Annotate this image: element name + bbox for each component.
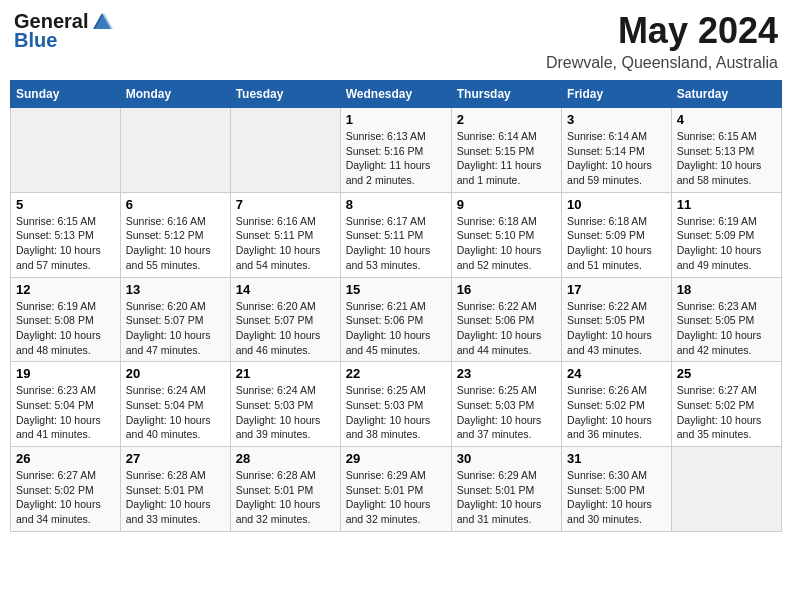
day-info: Sunrise: 6:17 AMSunset: 5:11 PMDaylight:… xyxy=(346,214,446,273)
calendar-cell: 23Sunrise: 6:25 AMSunset: 5:03 PMDayligh… xyxy=(451,362,561,447)
calendar-cell: 17Sunrise: 6:22 AMSunset: 5:05 PMDayligh… xyxy=(562,277,672,362)
calendar-cell: 2Sunrise: 6:14 AMSunset: 5:15 PMDaylight… xyxy=(451,108,561,193)
calendar-cell: 14Sunrise: 6:20 AMSunset: 5:07 PMDayligh… xyxy=(230,277,340,362)
calendar-cell: 12Sunrise: 6:19 AMSunset: 5:08 PMDayligh… xyxy=(11,277,121,362)
calendar-cell: 11Sunrise: 6:19 AMSunset: 5:09 PMDayligh… xyxy=(671,192,781,277)
header-monday: Monday xyxy=(120,81,230,108)
calendar-cell: 31Sunrise: 6:30 AMSunset: 5:00 PMDayligh… xyxy=(562,447,672,532)
day-info: Sunrise: 6:13 AMSunset: 5:16 PMDaylight:… xyxy=(346,129,446,188)
day-number: 28 xyxy=(236,451,335,466)
day-info: Sunrise: 6:14 AMSunset: 5:14 PMDaylight:… xyxy=(567,129,666,188)
week-row-3: 19Sunrise: 6:23 AMSunset: 5:04 PMDayligh… xyxy=(11,362,782,447)
day-number: 18 xyxy=(677,282,776,297)
day-info: Sunrise: 6:18 AMSunset: 5:09 PMDaylight:… xyxy=(567,214,666,273)
day-number: 30 xyxy=(457,451,556,466)
day-number: 21 xyxy=(236,366,335,381)
calendar-cell: 1Sunrise: 6:13 AMSunset: 5:16 PMDaylight… xyxy=(340,108,451,193)
day-info: Sunrise: 6:15 AMSunset: 5:13 PMDaylight:… xyxy=(677,129,776,188)
day-number: 12 xyxy=(16,282,115,297)
day-info: Sunrise: 6:22 AMSunset: 5:06 PMDaylight:… xyxy=(457,299,556,358)
calendar-cell: 18Sunrise: 6:23 AMSunset: 5:05 PMDayligh… xyxy=(671,277,781,362)
day-info: Sunrise: 6:24 AMSunset: 5:04 PMDaylight:… xyxy=(126,383,225,442)
day-number: 25 xyxy=(677,366,776,381)
day-number: 5 xyxy=(16,197,115,212)
day-info: Sunrise: 6:27 AMSunset: 5:02 PMDaylight:… xyxy=(16,468,115,527)
day-info: Sunrise: 6:23 AMSunset: 5:04 PMDaylight:… xyxy=(16,383,115,442)
day-info: Sunrise: 6:24 AMSunset: 5:03 PMDaylight:… xyxy=(236,383,335,442)
day-number: 15 xyxy=(346,282,446,297)
day-number: 8 xyxy=(346,197,446,212)
day-info: Sunrise: 6:18 AMSunset: 5:10 PMDaylight:… xyxy=(457,214,556,273)
calendar-cell: 13Sunrise: 6:20 AMSunset: 5:07 PMDayligh… xyxy=(120,277,230,362)
day-number: 4 xyxy=(677,112,776,127)
calendar-cell xyxy=(230,108,340,193)
day-number: 14 xyxy=(236,282,335,297)
day-number: 24 xyxy=(567,366,666,381)
day-info: Sunrise: 6:25 AMSunset: 5:03 PMDaylight:… xyxy=(346,383,446,442)
day-number: 11 xyxy=(677,197,776,212)
calendar-cell: 25Sunrise: 6:27 AMSunset: 5:02 PMDayligh… xyxy=(671,362,781,447)
day-number: 23 xyxy=(457,366,556,381)
day-number: 22 xyxy=(346,366,446,381)
day-info: Sunrise: 6:21 AMSunset: 5:06 PMDaylight:… xyxy=(346,299,446,358)
calendar-header-row: SundayMondayTuesdayWednesdayThursdayFrid… xyxy=(11,81,782,108)
calendar-cell xyxy=(120,108,230,193)
day-number: 19 xyxy=(16,366,115,381)
day-number: 20 xyxy=(126,366,225,381)
day-info: Sunrise: 6:16 AMSunset: 5:12 PMDaylight:… xyxy=(126,214,225,273)
logo-icon xyxy=(91,11,113,33)
logo: General Blue xyxy=(14,10,113,52)
day-number: 16 xyxy=(457,282,556,297)
calendar-cell: 19Sunrise: 6:23 AMSunset: 5:04 PMDayligh… xyxy=(11,362,121,447)
calendar-cell xyxy=(11,108,121,193)
calendar-cell: 5Sunrise: 6:15 AMSunset: 5:13 PMDaylight… xyxy=(11,192,121,277)
title-area: May 2024 Drewvale, Queensland, Australia xyxy=(546,10,778,72)
day-number: 27 xyxy=(126,451,225,466)
day-info: Sunrise: 6:22 AMSunset: 5:05 PMDaylight:… xyxy=(567,299,666,358)
calendar-cell: 26Sunrise: 6:27 AMSunset: 5:02 PMDayligh… xyxy=(11,447,121,532)
day-info: Sunrise: 6:28 AMSunset: 5:01 PMDaylight:… xyxy=(126,468,225,527)
calendar-cell: 4Sunrise: 6:15 AMSunset: 5:13 PMDaylight… xyxy=(671,108,781,193)
page-header: General Blue May 2024 Drewvale, Queensla… xyxy=(10,10,782,72)
day-number: 7 xyxy=(236,197,335,212)
day-info: Sunrise: 6:25 AMSunset: 5:03 PMDaylight:… xyxy=(457,383,556,442)
day-info: Sunrise: 6:28 AMSunset: 5:01 PMDaylight:… xyxy=(236,468,335,527)
day-number: 9 xyxy=(457,197,556,212)
day-info: Sunrise: 6:20 AMSunset: 5:07 PMDaylight:… xyxy=(236,299,335,358)
header-saturday: Saturday xyxy=(671,81,781,108)
week-row-0: 1Sunrise: 6:13 AMSunset: 5:16 PMDaylight… xyxy=(11,108,782,193)
calendar-cell: 28Sunrise: 6:28 AMSunset: 5:01 PMDayligh… xyxy=(230,447,340,532)
header-wednesday: Wednesday xyxy=(340,81,451,108)
day-info: Sunrise: 6:14 AMSunset: 5:15 PMDaylight:… xyxy=(457,129,556,188)
day-info: Sunrise: 6:30 AMSunset: 5:00 PMDaylight:… xyxy=(567,468,666,527)
day-number: 1 xyxy=(346,112,446,127)
calendar-table: SundayMondayTuesdayWednesdayThursdayFrid… xyxy=(10,80,782,532)
header-sunday: Sunday xyxy=(11,81,121,108)
calendar-cell: 21Sunrise: 6:24 AMSunset: 5:03 PMDayligh… xyxy=(230,362,340,447)
week-row-1: 5Sunrise: 6:15 AMSunset: 5:13 PMDaylight… xyxy=(11,192,782,277)
header-friday: Friday xyxy=(562,81,672,108)
calendar-cell: 20Sunrise: 6:24 AMSunset: 5:04 PMDayligh… xyxy=(120,362,230,447)
main-title: May 2024 xyxy=(546,10,778,52)
day-number: 6 xyxy=(126,197,225,212)
calendar-cell: 16Sunrise: 6:22 AMSunset: 5:06 PMDayligh… xyxy=(451,277,561,362)
day-info: Sunrise: 6:19 AMSunset: 5:09 PMDaylight:… xyxy=(677,214,776,273)
day-number: 13 xyxy=(126,282,225,297)
day-info: Sunrise: 6:29 AMSunset: 5:01 PMDaylight:… xyxy=(346,468,446,527)
calendar-cell: 30Sunrise: 6:29 AMSunset: 5:01 PMDayligh… xyxy=(451,447,561,532)
calendar-cell: 27Sunrise: 6:28 AMSunset: 5:01 PMDayligh… xyxy=(120,447,230,532)
day-number: 10 xyxy=(567,197,666,212)
calendar-cell: 9Sunrise: 6:18 AMSunset: 5:10 PMDaylight… xyxy=(451,192,561,277)
logo-blue-text: Blue xyxy=(14,29,57,52)
day-info: Sunrise: 6:23 AMSunset: 5:05 PMDaylight:… xyxy=(677,299,776,358)
calendar-cell: 24Sunrise: 6:26 AMSunset: 5:02 PMDayligh… xyxy=(562,362,672,447)
day-info: Sunrise: 6:15 AMSunset: 5:13 PMDaylight:… xyxy=(16,214,115,273)
week-row-2: 12Sunrise: 6:19 AMSunset: 5:08 PMDayligh… xyxy=(11,277,782,362)
calendar-cell: 10Sunrise: 6:18 AMSunset: 5:09 PMDayligh… xyxy=(562,192,672,277)
calendar-cell: 8Sunrise: 6:17 AMSunset: 5:11 PMDaylight… xyxy=(340,192,451,277)
day-info: Sunrise: 6:19 AMSunset: 5:08 PMDaylight:… xyxy=(16,299,115,358)
day-info: Sunrise: 6:16 AMSunset: 5:11 PMDaylight:… xyxy=(236,214,335,273)
calendar-cell: 15Sunrise: 6:21 AMSunset: 5:06 PMDayligh… xyxy=(340,277,451,362)
calendar-cell: 29Sunrise: 6:29 AMSunset: 5:01 PMDayligh… xyxy=(340,447,451,532)
day-number: 3 xyxy=(567,112,666,127)
